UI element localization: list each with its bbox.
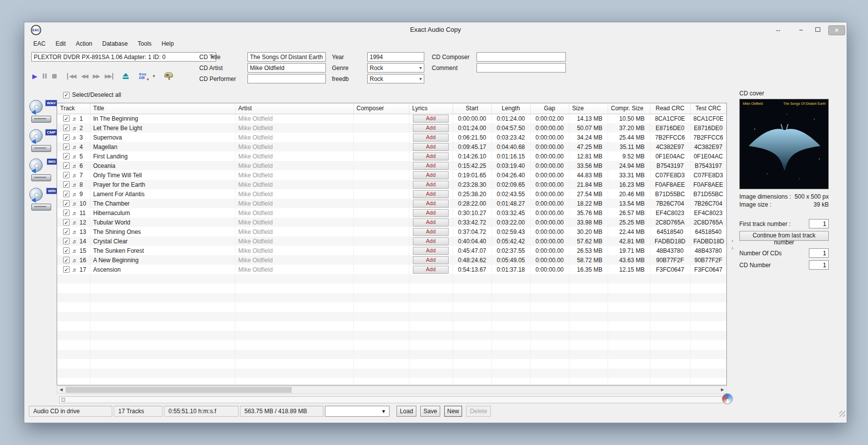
- add-lyrics-button[interactable]: Add: [413, 152, 449, 160]
- year-field[interactable]: [367, 52, 424, 62]
- skip-start-button[interactable]: ◀◀: [67, 73, 76, 79]
- column-header-test-crc[interactable]: Test CRC: [690, 103, 726, 114]
- table-row[interactable]: ✓♬2Let There Be LightMike OldfieldAdd0:0…: [57, 123, 726, 133]
- splitter-arrow-icon[interactable]: ›: [731, 238, 733, 243]
- table-row[interactable]: ✓♬8Prayer for the EarthMike OldfieldAdd0…: [57, 180, 726, 189]
- add-lyrics-button[interactable]: Add: [413, 162, 449, 170]
- drive-selector[interactable]: PLEXTOR DVDR PX-891SA 1.06 Adapter: 1 ID…: [31, 52, 216, 62]
- scroll-right-icon[interactable]: ▶: [718, 386, 726, 393]
- horizontal-scrollbar[interactable]: ◀ ▶: [57, 386, 727, 394]
- fast-forward-button[interactable]: ▶▶: [93, 73, 99, 79]
- add-lyrics-button[interactable]: Add: [413, 219, 449, 226]
- column-header-track[interactable]: Track: [57, 103, 90, 114]
- number-of-cds-field[interactable]: [809, 248, 829, 258]
- table-row[interactable]: ✓♬12Tubular WorldMike OldfieldAdd0:33:42…: [57, 218, 726, 227]
- column-header-lyrics[interactable]: Lyrics: [409, 103, 453, 114]
- table-row[interactable]: ✓♬16A New BeginningMike OldfieldAdd0:48:…: [57, 255, 726, 265]
- resize-grip[interactable]: [839, 411, 845, 417]
- track-checkbox[interactable]: ✓: [63, 219, 70, 225]
- add-lyrics-button[interactable]: Add: [413, 181, 449, 189]
- cd-artist-field[interactable]: [247, 63, 326, 73]
- add-lyrics-button[interactable]: Add: [413, 143, 449, 151]
- rewind-button[interactable]: ◀◀: [81, 73, 87, 79]
- table-row[interactable]: ✓♬9Lament For AtlantisMike OldfieldAdd0:…: [57, 189, 726, 199]
- splitter-arrow-icon[interactable]: ›: [731, 245, 733, 251]
- play-button[interactable]: ▶: [32, 73, 37, 80]
- select-all-checkbox[interactable]: ✓: [63, 92, 70, 98]
- sidebar-button-wav[interactable]: WAV: [28, 99, 57, 125]
- sidebar-button-img[interactable]: IMG: [28, 157, 57, 183]
- table-row[interactable]: ✓♬11HibernaculumMike OldfieldAdd0:30:10.…: [57, 208, 726, 218]
- title-bar[interactable]: EAC Exact Audio Copy ↔ – ×: [24, 22, 847, 38]
- add-lyrics-button[interactable]: Add: [413, 209, 449, 217]
- track-checkbox[interactable]: ✓: [63, 228, 70, 235]
- column-header-read-crc[interactable]: Read CRC: [650, 103, 690, 114]
- table-row[interactable]: ✓♬3SupernovaMike OldfieldAdd0:06:21.500:…: [57, 133, 726, 142]
- menu-item-action[interactable]: Action: [71, 39, 97, 49]
- load-button[interactable]: Load: [396, 406, 416, 417]
- add-lyrics-button[interactable]: Add: [413, 228, 449, 236]
- comment-field[interactable]: [476, 63, 566, 73]
- column-header-artist[interactable]: Artist: [235, 103, 353, 114]
- mail-icon[interactable]: [164, 72, 174, 80]
- track-checkbox[interactable]: ✓: [63, 266, 70, 273]
- menu-item-edit[interactable]: Edit: [51, 39, 71, 49]
- profile-combo[interactable]: ▾: [325, 406, 390, 417]
- stop-button[interactable]: [52, 74, 57, 78]
- skip-end-button[interactable]: ▶▶: [105, 73, 113, 79]
- panel-splitter[interactable]: › ›: [729, 103, 736, 385]
- scrollbar-thumb[interactable]: [66, 387, 292, 393]
- freedb-dropdown-arrow[interactable]: ▾: [153, 74, 155, 78]
- track-checkbox[interactable]: ✓: [63, 162, 70, 169]
- track-checkbox[interactable]: ✓: [63, 172, 70, 178]
- sidebar-button-cmp[interactable]: CMP: [28, 128, 57, 154]
- column-header-compr-size[interactable]: Compr. Size: [608, 103, 650, 114]
- track-checkbox[interactable]: ✓: [63, 238, 70, 244]
- track-checkbox[interactable]: ✓: [63, 144, 70, 150]
- track-checkbox[interactable]: ✓: [63, 125, 70, 131]
- cd-number-field[interactable]: [809, 260, 829, 270]
- track-checkbox[interactable]: ✓: [63, 210, 70, 216]
- cd-composer-field[interactable]: [476, 52, 566, 62]
- close-button[interactable]: ×: [828, 25, 845, 35]
- track-checkbox[interactable]: ✓: [63, 191, 70, 197]
- menu-item-tools[interactable]: Tools: [133, 39, 157, 49]
- sidebar-button-wri[interactable]: WRI: [28, 187, 57, 213]
- menu-item-database[interactable]: Database: [97, 39, 133, 49]
- table-row[interactable]: ✓♬17AscensionMike OldfieldAdd0:54:13.670…: [57, 265, 726, 274]
- save-button[interactable]: Save: [420, 406, 440, 417]
- genre-combo[interactable]: Rock ▾: [367, 63, 424, 73]
- freedb-button[interactable]: free DB +: [139, 73, 147, 79]
- table-row[interactable]: ✓♬5First LandingMike OldfieldAdd0:14:26.…: [57, 151, 726, 161]
- add-lyrics-button[interactable]: Add: [413, 200, 449, 208]
- add-lyrics-button[interactable]: Add: [413, 247, 449, 255]
- add-lyrics-button[interactable]: Add: [413, 171, 449, 179]
- minimize-button[interactable]: –: [795, 25, 806, 34]
- column-header-composer[interactable]: Composer: [353, 103, 409, 114]
- track-checkbox[interactable]: ✓: [63, 247, 70, 254]
- add-lyrics-button[interactable]: Add: [413, 256, 449, 264]
- track-checkbox[interactable]: ✓: [63, 181, 70, 188]
- track-checkbox[interactable]: ✓: [63, 153, 70, 159]
- menu-item-help[interactable]: Help: [157, 39, 179, 49]
- freedb-combo[interactable]: Rock ▾: [367, 74, 424, 83]
- column-header-gap[interactable]: Gap: [530, 103, 569, 114]
- column-header-start[interactable]: Start: [453, 103, 491, 114]
- new-button[interactable]: New: [444, 406, 462, 417]
- eject-button[interactable]: [123, 73, 129, 79]
- continue-from-last-track-button[interactable]: Continue from last track number: [739, 231, 829, 241]
- add-lyrics-button[interactable]: Add: [413, 237, 449, 245]
- column-header-title[interactable]: Title: [90, 103, 235, 114]
- table-row[interactable]: ✓♬1In The BeginningMike OldfieldAdd0:00:…: [57, 114, 726, 123]
- cd-performer-field[interactable]: [247, 74, 326, 83]
- table-row[interactable]: ✓♬14Crystal ClearMike OldfieldAdd0:40:04…: [57, 236, 726, 246]
- add-lyrics-button[interactable]: Add: [413, 134, 449, 142]
- cd-cover-image[interactable]: Mike Oldfield The Songs Of Distant Earth: [739, 99, 829, 189]
- table-row[interactable]: ✓♬6OceaniaMike OldfieldAdd0:15:42.250:03…: [57, 161, 726, 170]
- table-row[interactable]: ✓♬7Only Time Will TellMike OldfieldAdd0:…: [57, 170, 726, 180]
- table-row[interactable]: ✓♬4MagellanMike OldfieldAdd0:09:45.170:0…: [57, 142, 726, 151]
- first-track-number-field[interactable]: [809, 219, 829, 228]
- track-checkbox[interactable]: ✓: [63, 115, 70, 122]
- add-lyrics-button[interactable]: Add: [413, 266, 449, 274]
- maximize-button[interactable]: [812, 25, 823, 32]
